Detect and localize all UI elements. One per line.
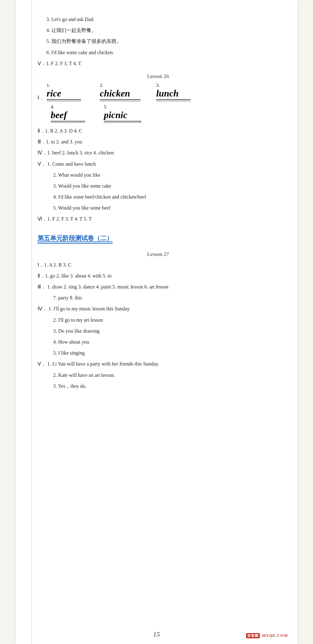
l27-part1-line: Ⅰ．1. A 2. B 3. C	[38, 261, 279, 269]
part6-text: Ⅵ．1. F 2. F 3. T 4. T 5. T	[38, 216, 92, 221]
l27-part3-text1: 1. draw 2. sing 3. dance 4. paint 5. mus…	[47, 284, 168, 289]
part5-item-2: 2. What would you like	[53, 171, 279, 179]
l27-part5-section: Ⅴ． 1. Li Yan will have a party with her …	[38, 360, 279, 368]
l27-part2-text: Ⅱ．1. go 2. like 3. about 4. with 5. to	[38, 273, 111, 278]
l27-part3-line1: Ⅲ． 1. draw 2. sing 3. dance 4. paint 5. …	[38, 283, 279, 291]
line-3: 3. Let's go and ask Dad.	[46, 15, 279, 23]
watermark-text: MXQE.COM	[262, 633, 288, 638]
l27-part4-item-2: 2. I'll go to my art lesson	[53, 316, 279, 324]
hw-num-5: 5.	[104, 104, 107, 110]
part5-item-4: 4. I'd like some beef/chicken and chicke…	[53, 193, 279, 201]
hw-word-4: beef	[51, 110, 67, 120]
watermark-icon: 答案圈	[246, 633, 260, 638]
num-6: 6.	[46, 50, 50, 55]
num-4: 4.	[46, 28, 50, 33]
l27-part2-line: Ⅱ．1. go 2. like 3. about 4. with 5. to	[38, 272, 279, 280]
line-4: 4. 让我们一起去野餐。	[46, 26, 279, 34]
lesson27-title: Lesson 27	[38, 251, 279, 257]
blue-title: 第五单元阶段测试卷（二）	[38, 234, 113, 244]
lesson26-label: Lesson 26	[147, 73, 169, 79]
part5-section: Ⅴ． 1. Come and have lunch	[38, 160, 279, 168]
roman5-line: Ⅴ．1. F 2. F 3. T 4. T	[38, 59, 279, 68]
text-3: Let's go and ask Dad.	[51, 17, 95, 22]
text-6: I'd like some cake and chicken.	[51, 50, 114, 55]
part3-text: Ⅲ．1. to 2. and 3. you	[38, 139, 82, 144]
hw-word-5: picnic	[104, 110, 127, 120]
line-6: 6. I'd like some cake and chicken.	[46, 48, 279, 57]
hw-word-3: lunch	[156, 88, 179, 98]
hw-num-2: 2.	[100, 83, 103, 88]
hw-num-1: 1.	[47, 83, 50, 88]
text-5: 我们为野餐准备了很多的东西。	[51, 39, 121, 44]
l27-part4-item-5: 5. I like singing	[53, 349, 279, 357]
hw-item-4: 4. beef	[51, 104, 88, 123]
part5-item-3: 3. Would you like some cake	[53, 182, 279, 190]
hw-word-2: chicken	[100, 88, 130, 98]
hw-item-2: 2. chicken	[100, 83, 141, 101]
part5-item-5: 5. Would you like some beef	[53, 204, 279, 212]
part2-text: Ⅱ．1. B 2. A 3. D 4. C	[38, 128, 82, 133]
hw-item-1: 1. rice	[47, 83, 84, 101]
l27-part4-label: Ⅳ．	[38, 306, 47, 311]
l27-part4-section: Ⅳ． 1. I'll go to my music lesson this Su…	[38, 304, 279, 313]
l27-part1-text: Ⅰ．1. A 2. B 3. C	[38, 262, 71, 267]
part4-line: Ⅳ．1. beef 2. lunch 3. rice 4. chicken	[38, 148, 279, 157]
l27-part5-item-1: 1. Li Yan will have a party with her fri…	[47, 361, 159, 366]
watermark: 答案圈 MXQE.COM	[246, 633, 288, 638]
l27-part4-item-3: 3. Do you like drawing	[53, 327, 279, 335]
hw-num-3: 3.	[156, 83, 160, 88]
l27-part5-item-2: 2. Kate will have an art lesson.	[53, 371, 279, 379]
num-5: 5.	[46, 39, 50, 44]
hw-item-5: 5. picnic	[104, 104, 141, 123]
roman5-text: Ⅴ．1. F 2. F 3. T 4. T	[38, 61, 81, 66]
l27-part3-label: Ⅲ．	[38, 284, 46, 289]
l27-part4-item-1: 1. I'll go to my music lesson this Sunda…	[49, 306, 130, 311]
text-4: 让我们一起去野餐。	[51, 28, 96, 33]
blue-title-container: 第五单元阶段测试卷（二）	[38, 228, 279, 246]
part3-line: Ⅲ．1. to 2. and 3. you	[38, 138, 279, 146]
part2-line: Ⅱ．1. B 2. A 3. D 4. C	[38, 127, 279, 135]
part4-text: Ⅳ．1. beef 2. lunch 3. rice 4. chicken	[38, 150, 114, 155]
part6-line: Ⅵ．1. F 2. F 3. T 4. T 5. T	[38, 215, 279, 223]
hw-item-3: 3. lunch	[156, 83, 194, 101]
part5-item-1: 1. Come and have lunch	[47, 161, 96, 167]
hw-word-1: rice	[47, 88, 61, 98]
part5-label: Ⅴ．	[38, 161, 46, 167]
lesson27-label: Lesson 27	[147, 251, 169, 257]
hw-num-4: 4.	[51, 104, 54, 110]
l27-part3-line2: 7. party 8. this	[53, 293, 279, 302]
part1-label: Ⅰ．	[38, 95, 44, 101]
page: 3. Let's go and ask Dad. 4. 让我们一起去野餐。 5.…	[16, 0, 297, 644]
l27-part5-item-3: 3. Yes，they do.	[53, 382, 279, 390]
line-5: 5. 我们为野餐准备了很多的东西。	[46, 37, 279, 45]
page-num-text: 15	[153, 630, 160, 638]
l27-part4-item-4: 4. How about you	[53, 338, 279, 346]
l27-part3-text2: 7. party 8. this	[53, 295, 82, 300]
l27-part5-label: Ⅴ．	[38, 361, 46, 366]
lesson26-title: Lesson 26	[38, 73, 279, 80]
num-3: 3.	[46, 17, 50, 22]
page-number: 15	[153, 630, 160, 638]
top-section: 3. Let's go and ask Dad. 4. 让我们一起去野餐。 5.…	[38, 15, 279, 57]
